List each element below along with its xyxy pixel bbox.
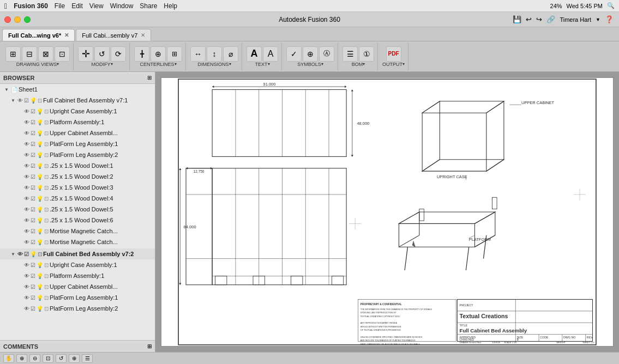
eye-icon-mc1[interactable]: 👁 [24,228,29,234]
check-icon-d2[interactable]: ☑ [31,174,35,180]
tree-sheet1[interactable]: ▼ 📄 Sheet1 [0,84,155,95]
centerline-icon[interactable]: ╋ [134,46,149,62]
light-icon-pfl2-1[interactable]: 💡 [37,295,43,301]
light-icon-d4[interactable]: 💡 [37,196,43,202]
apple-menu[interactable]:  [4,2,7,10]
tree-pfleg2-2[interactable]: 👁 ☑ 💡 ⊡ PlatForm Leg Assembly:2 [0,303,155,314]
eye-icon-uc2[interactable]: 👁 [24,262,29,268]
comments-collapse-icon[interactable]: ⊞ [147,343,152,349]
light-icon-pfl1[interactable]: 💡 [37,141,43,147]
radial-dim-icon[interactable]: ⌀ [223,46,238,62]
center-pattern-icon[interactable]: ⊞ [167,46,182,62]
copy-icon[interactable]: ⟳ [111,46,126,62]
close-button[interactable] [4,16,11,23]
tree-dowel-5[interactable]: 👁 ☑ 💡 ⊡ .25 x 1.5 Wood Dowel:5 [0,204,155,215]
undo-icon[interactable]: ↩ [526,15,532,23]
menu-window[interactable]: Window [110,2,134,10]
eye-icon-pfl2[interactable]: 👁 [24,152,29,158]
text-icon[interactable]: A [247,46,262,62]
angular-dim-icon[interactable]: ↕ [207,46,222,62]
tab-2[interactable]: Full Cabi...sembly v7 ✕ [76,29,151,41]
save-icon[interactable]: 💾 [513,15,521,23]
check-icon-pfl2-2[interactable]: ☑ [31,306,35,312]
detail-view-icon[interactable]: ⊡ [55,46,70,62]
text-style-icon[interactable]: A [263,46,278,62]
tab-2-close[interactable]: ✕ [141,32,145,38]
output-label[interactable]: OUTPUT ▾ [382,62,405,67]
check-icon-uc1[interactable]: ☑ [31,108,35,114]
check-icon-mc2[interactable]: ☑ [31,239,35,245]
tree-upright-case-1[interactable]: 👁 ☑ 💡 ⊡ Upright Case Assembly:1 [0,106,155,117]
app-name[interactable]: Fusion 360 [14,2,48,10]
centerlines-label[interactable]: CENTERLINES ▾ [140,62,176,67]
tab-1-close[interactable]: ✕ [64,32,69,38]
tree-dowel-4[interactable]: 👁 ☑ 💡 ⊡ .25 x 1.5 Wood Dowel:4 [0,193,155,204]
check-icon-p1[interactable]: ☑ [31,119,35,125]
base-view-icon[interactable]: ⊞ [5,46,21,62]
tree-mag-catch-2[interactable]: 👁 ☑ 💡 ⊡ Mortise Magnetic Catch... [0,236,155,247]
projected-view-icon[interactable]: ⊟ [22,46,37,62]
eye-icon-d6[interactable]: 👁 [24,217,29,223]
light-icon-uc1[interactable]: 💡 [37,108,43,114]
tree-assembly-v7-1[interactable]: ▼ 👁 ☑ 💡 ⊡ Full Cabinet Bed Assembly v7:1 [0,95,155,106]
check-icon-ucab2[interactable]: ☑ [31,284,35,290]
light-icon-d2[interactable]: 💡 [37,174,43,180]
eye-icon-d4[interactable]: 👁 [24,196,29,202]
modify-label[interactable]: MODIFY ▾ [92,62,113,67]
eye-icon-pfl2-2[interactable]: 👁 [24,306,29,312]
symbols-label[interactable]: SYMBOLS ▾ [297,62,323,67]
eye-icon-ucab1[interactable]: 👁 [24,130,29,136]
tree-assembly-v7-2[interactable]: ▼ 👁 ☑ 💡 ⊡ Full Cabinet Bed Assembly v7:2 [0,248,155,259]
bom-table-icon[interactable]: ☰ [342,46,358,62]
menu-view[interactable]: View [89,2,104,10]
pan-tool-button[interactable]: ✋ [3,354,14,363]
drawing-views-label[interactable]: DRAWING VIEWS ▾ [16,62,59,67]
light-icon-d5[interactable]: 💡 [37,207,43,213]
check-icon-d6[interactable]: ☑ [31,217,35,223]
tree-pfleg-1[interactable]: 👁 ☑ 💡 ⊡ PlatForm Leg Assembly:1 [0,138,155,149]
light-icon-1[interactable]: 💡 [30,98,37,104]
section-view-icon[interactable]: ⊠ [38,46,53,62]
tree-dowel-1[interactable]: 👁 ☑ 💡 ⊡ .25 x 1.5 Wood Dowel:1 [0,160,155,171]
eye-icon-p2[interactable]: 👁 [24,273,29,279]
eye-icon-d2[interactable]: 👁 [24,174,29,180]
canvas-area[interactable]: PROJECT Textual Creations TITLE Full Cab… [155,72,619,352]
eye-icon-p1[interactable]: 👁 [24,119,29,125]
light-icon-p2[interactable]: 💡 [37,273,43,279]
minimize-button[interactable] [14,16,21,23]
tree-mag-catch-1[interactable]: 👁 ☑ 💡 ⊡ Mortise Magnetic Catch... [0,226,155,236]
check-icon-1[interactable]: ☑ [24,98,29,104]
tree-upright-case-2[interactable]: 👁 ☑ 💡 ⊡ Upright Case Assembly:1 [0,259,155,270]
check-icon-mc1[interactable]: ☑ [31,228,35,234]
zoom-out-button[interactable]: ⊖ [29,354,40,363]
tab-1[interactable]: Full Cab...wing v6* ✕ [2,29,75,41]
surface-finish-icon[interactable]: Ⓐ [319,46,334,62]
spotlight-icon[interactable]: 🔍 [607,2,615,9]
linear-dim-icon[interactable]: ↔ [190,46,206,62]
rotate-view-button[interactable]: ↺ [56,354,67,363]
eye-icon-mc2[interactable]: 👁 [24,239,29,245]
check-icon-p2[interactable]: ☑ [31,273,35,279]
tree-platform-1[interactable]: 👁 ☑ 💡 ⊡ Platform Assembly:1 [0,117,155,128]
bom-label[interactable]: BOM ▾ [352,62,365,67]
light-icon-mc2[interactable]: 💡 [37,239,43,245]
maximize-button[interactable] [24,16,31,23]
user-dropdown-arrow[interactable]: ▼ [596,17,600,22]
eye-icon-d5[interactable]: 👁 [24,207,29,213]
checkmark-icon[interactable]: ✓ [286,46,302,62]
check-icon-a2[interactable]: ☑ [24,251,29,257]
tree-dowel-3[interactable]: 👁 ☑ 💡 ⊡ .25 x 1.5 Wood Dowel:3 [0,182,155,193]
light-icon-mc1[interactable]: 💡 [37,228,43,234]
tree-dowel-2[interactable]: 👁 ☑ 💡 ⊡ .25 x 1.5 Wood Dowel:2 [0,171,155,182]
check-icon-d5[interactable]: ☑ [31,207,35,213]
menu-share[interactable]: Share [140,2,157,10]
menu-help[interactable]: Help [164,2,177,10]
eye-icon-pfl1[interactable]: 👁 [24,141,29,147]
help-icon[interactable]: ❓ [605,15,614,23]
tree-pfleg-2[interactable]: 👁 ☑ 💡 ⊡ PlatForm Leg Assembly:2 [0,149,155,160]
tree-pfleg2-1[interactable]: 👁 ☑ 💡 ⊡ PlatForm Leg Assembly:1 [0,292,155,303]
eye-icon-uc1[interactable]: 👁 [24,108,29,114]
tree-dowel-6[interactable]: 👁 ☑ 💡 ⊡ .25 x 1.5 Wood Dowel:6 [0,215,155,226]
check-icon-d4[interactable]: ☑ [31,196,35,202]
dimensions-label[interactable]: DIMENSIONS ▾ [197,62,231,67]
